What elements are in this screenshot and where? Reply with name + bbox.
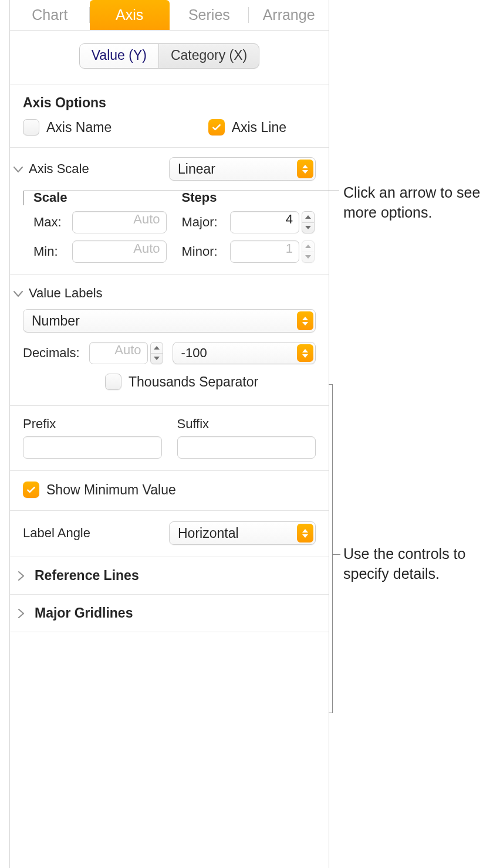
negative-format-value: -100 — [181, 345, 207, 361]
decimals-stepper[interactable] — [150, 342, 163, 364]
axis-scale-popup-value: Linear — [178, 161, 215, 177]
annotation-leader — [23, 191, 24, 205]
annotation-bracket — [332, 384, 333, 713]
scale-heading: Scale — [33, 190, 167, 205]
reference-lines-disclosure[interactable]: Reference Lines — [10, 557, 329, 595]
popup-knob-icon — [297, 160, 313, 178]
value-labels-format-value: Number — [32, 313, 80, 329]
axis-options-heading: Axis Options — [23, 95, 316, 111]
popup-knob-icon — [297, 524, 313, 542]
annotation-leader — [23, 191, 339, 191]
segment-value-y[interactable]: Value (Y) — [80, 44, 158, 68]
show-minimum-value-checkbox[interactable]: Show Minimum Value — [23, 482, 176, 498]
axis-line-checkbox[interactable]: Axis Line — [208, 119, 286, 135]
prefix-label: Prefix — [23, 416, 162, 432]
tab-series[interactable]: Series — [170, 0, 249, 30]
steps-major-stepper[interactable] — [302, 211, 315, 233]
axis-segmented-control: Value (Y) Category (X) — [79, 43, 260, 69]
scale-max-label: Max: — [33, 215, 72, 230]
annotation-bracket — [329, 384, 333, 385]
decimals-input[interactable]: Auto — [89, 342, 148, 364]
value-labels-disclosure[interactable]: Value Labels — [13, 286, 316, 301]
value-labels-format-popup[interactable]: Number — [23, 309, 316, 333]
show-minimum-value-label: Show Minimum Value — [46, 482, 176, 498]
suffix-input[interactable] — [177, 436, 316, 459]
negative-format-popup[interactable]: -100 — [173, 342, 316, 364]
scale-min-label: Min: — [33, 244, 72, 259]
steps-heading: Steps — [182, 190, 315, 205]
decimals-label: Decimals: — [23, 345, 80, 361]
popup-knob-icon — [297, 311, 313, 330]
thousands-separator-label: Thousands Separator — [129, 374, 258, 390]
value-labels-title: Value Labels — [29, 286, 103, 301]
axis-scale-title: Axis Scale — [29, 161, 89, 177]
popup-knob-icon — [297, 344, 313, 362]
axis-name-label: Axis Name — [46, 120, 112, 135]
label-angle-popup[interactable]: Horizontal — [169, 521, 316, 545]
steps-minor-stepper[interactable] — [302, 240, 315, 263]
label-angle-label: Label Angle — [23, 525, 90, 541]
chevron-down-icon — [13, 161, 23, 177]
steps-major-input[interactable]: 4 — [230, 211, 300, 233]
steps-minor-input[interactable]: 1 — [230, 240, 300, 263]
axis-line-label: Axis Line — [232, 120, 286, 135]
reference-lines-title: Reference Lines — [35, 568, 139, 584]
axis-scale-popup[interactable]: Linear — [169, 157, 316, 181]
tab-arrange[interactable]: Arrange — [249, 0, 329, 30]
annotation-text: Use the controls to specify details. — [343, 544, 500, 584]
annotation-bracket — [332, 554, 340, 555]
chevron-down-icon — [13, 286, 23, 301]
chevron-right-icon — [15, 571, 28, 581]
tab-axis[interactable]: Axis — [90, 0, 170, 30]
label-angle-value: Horizontal — [178, 525, 239, 541]
tab-chart[interactable]: Chart — [10, 0, 90, 30]
segment-category-x[interactable]: Category (X) — [158, 44, 259, 68]
chevron-right-icon — [15, 609, 28, 618]
major-gridlines-disclosure[interactable]: Major Gridlines — [10, 595, 329, 632]
scale-min-input[interactable]: Auto — [72, 240, 167, 263]
axis-scale-disclosure[interactable]: Axis Scale — [13, 161, 89, 177]
axis-name-checkbox[interactable]: Axis Name — [23, 119, 112, 135]
suffix-label: Suffix — [177, 416, 316, 432]
annotation-bracket — [329, 713, 333, 713]
thousands-separator-checkbox[interactable]: Thousands Separator — [105, 374, 258, 390]
prefix-input[interactable] — [23, 436, 162, 459]
annotation-text: Click an arrow to see more options. — [343, 183, 500, 223]
scale-max-input[interactable]: Auto — [72, 211, 167, 233]
major-gridlines-title: Major Gridlines — [35, 605, 133, 621]
steps-major-label: Major: — [182, 215, 230, 230]
steps-minor-label: Minor: — [182, 244, 230, 259]
